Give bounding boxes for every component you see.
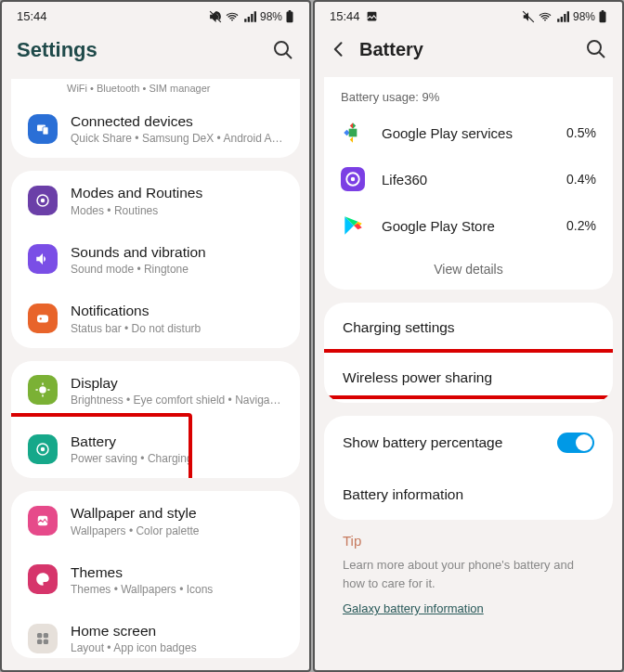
themes-icon <box>28 564 58 594</box>
row-sub: Modes • Routines <box>71 204 283 217</box>
mute-icon <box>522 10 535 23</box>
row-home-screen[interactable]: Home screenLayout • App icon badges <box>11 609 300 658</box>
status-icons-right: 98% <box>522 10 607 23</box>
row-battery-information[interactable]: Battery information <box>324 470 613 520</box>
svg-rect-8 <box>37 315 48 322</box>
app-row-play-services[interactable]: Google Play services 0.5% <box>324 110 613 156</box>
svg-rect-24 <box>602 10 604 12</box>
svg-point-9 <box>40 317 42 319</box>
peek-row: WiFi • Bluetooth • SIM manager <box>11 79 300 99</box>
row-battery[interactable]: BatteryPower saving • Charging <box>11 420 300 478</box>
svg-line-3 <box>286 53 292 58</box>
row-label: Show battery percentage <box>343 434 502 451</box>
svg-rect-22 <box>367 12 376 21</box>
svg-point-16 <box>41 446 46 451</box>
svg-rect-1 <box>289 10 292 12</box>
tip-section: Tip Learn more about your phone's batter… <box>324 533 613 635</box>
sound-icon <box>28 244 58 274</box>
row-wireless-power-sharing[interactable]: Wireless power sharing <box>324 353 613 403</box>
wifi-icon <box>225 10 240 23</box>
row-modes-routines[interactable]: Modes and RoutinesModes • Routines <box>11 171 300 229</box>
battery-content[interactable]: Battery usage: 9% Google Play services 0… <box>315 77 622 670</box>
row-title: Modes and Routines <box>71 184 283 201</box>
row-themes[interactable]: ThemesThemes • Wallpapers • Icons <box>11 550 300 609</box>
notif-icon <box>28 304 58 333</box>
row-sub: Themes • Wallpapers • Icons <box>71 583 283 596</box>
row-sub: Status bar • Do not disturb <box>71 322 283 335</box>
row-connected-devices[interactable]: Connected devices Quick Share • Samsung … <box>11 99 300 158</box>
svg-rect-27 <box>349 129 358 137</box>
tip-link[interactable]: Galaxy battery information <box>343 601 484 615</box>
tip-title: Tip <box>343 533 594 549</box>
row-wallpaper[interactable]: Wallpaper and styleWallpapers • Color pa… <box>11 491 300 549</box>
app-pct: 0.5% <box>566 125 596 140</box>
battery-header: Battery <box>315 27 622 77</box>
home-icon <box>28 624 58 653</box>
row-label: Wireless power sharing <box>343 369 492 386</box>
app-row-life360[interactable]: Life360 0.4% <box>324 156 613 202</box>
row-sub: Layout • App icon badges <box>71 641 283 654</box>
display-icon <box>28 375 58 405</box>
row-sub: Sound mode • Ringtone <box>71 263 283 276</box>
row-display[interactable]: DisplayBrightness • Eye comfort shield •… <box>11 361 300 420</box>
image-indicator-icon <box>366 10 378 22</box>
row-label: Charging settings <box>343 319 455 336</box>
svg-point-2 <box>275 42 288 55</box>
row-title: Wallpaper and style <box>71 504 283 522</box>
svg-point-7 <box>41 199 46 203</box>
svg-rect-18 <box>37 633 42 638</box>
svg-point-29 <box>351 177 356 182</box>
battery-icon <box>285 10 294 23</box>
settings-list[interactable]: WiFi • Bluetooth • SIM manager Connected… <box>2 79 309 670</box>
wallpaper-icon <box>28 506 58 536</box>
search-icon[interactable] <box>585 38 607 60</box>
row-title: Notifications <box>71 302 283 319</box>
battery-pct: 98% <box>573 10 595 23</box>
app-name: Google Play services <box>382 125 566 141</box>
svg-rect-23 <box>600 11 606 22</box>
row-sub: Quick Share • Samsung DeX • Android Auto <box>71 132 283 145</box>
app-icon-play-store <box>341 213 365 238</box>
battery-icon <box>598 10 607 23</box>
search-icon[interactable] <box>272 39 294 61</box>
row-sub: Power saving • Charging <box>71 452 283 465</box>
status-bar: 15:44 98% <box>315 2 622 27</box>
page-title: Settings <box>17 38 272 62</box>
row-title: Sounds and vibration <box>71 243 283 261</box>
svg-point-25 <box>588 41 601 54</box>
status-bar: 15:44 98% <box>2 2 309 27</box>
app-name: Life360 <box>382 172 566 187</box>
signal-icon <box>242 10 257 23</box>
svg-rect-20 <box>37 639 42 643</box>
settings-header: Settings <box>2 27 309 79</box>
row-show-battery-pct[interactable]: Show battery percentage <box>324 416 613 470</box>
usage-label: Battery usage: 9% <box>324 77 613 110</box>
row-sounds[interactable]: Sounds and vibrationSound mode • Rington… <box>11 230 300 289</box>
svg-rect-5 <box>43 126 48 134</box>
page-title: Battery <box>359 39 585 60</box>
row-title: Themes <box>71 563 283 581</box>
row-title: Home screen <box>71 622 283 640</box>
svg-rect-19 <box>44 633 48 638</box>
modes-icon <box>28 186 58 215</box>
mute-icon <box>209 10 222 23</box>
signal-icon <box>555 10 570 23</box>
phone-battery: 15:44 98% Battery Battery usage: 9% Goog… <box>313 0 624 672</box>
row-title: Battery <box>71 433 283 450</box>
app-icon-play-services <box>341 121 365 145</box>
row-title: Display <box>71 374 283 392</box>
row-charging-settings[interactable]: Charging settings <box>324 303 613 353</box>
row-sub: Wallpapers • Color palette <box>71 524 283 537</box>
toggle-show-pct[interactable] <box>557 433 594 453</box>
app-pct: 0.2% <box>566 218 596 233</box>
row-label: Battery information <box>343 486 463 503</box>
tip-body: Learn more about your phone's battery an… <box>343 556 594 592</box>
row-notifications[interactable]: NotificationsStatus bar • Do not disturb <box>11 289 300 347</box>
app-name: Google Play Store <box>382 218 566 234</box>
wifi-icon <box>538 10 552 23</box>
back-icon[interactable] <box>330 40 348 58</box>
view-details-button[interactable]: View details <box>324 249 613 290</box>
row-title: Connected devices <box>71 112 283 130</box>
app-row-play-store[interactable]: Google Play Store 0.2% <box>324 202 613 249</box>
status-icons-right: 98% <box>209 10 294 23</box>
